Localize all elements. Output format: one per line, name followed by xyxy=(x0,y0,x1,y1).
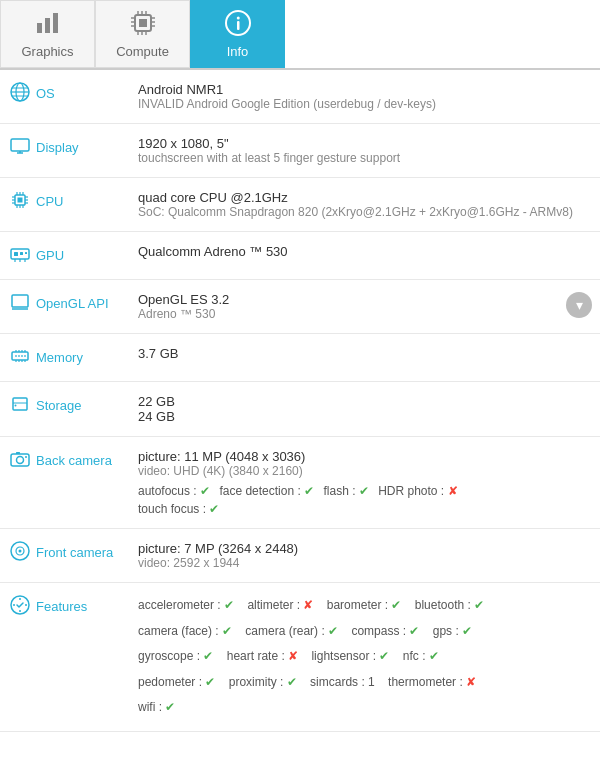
features-line-2: camera (face) : ✔ camera (rear) : ✔ comp… xyxy=(138,621,592,643)
label-memory: Memory xyxy=(0,334,130,382)
label-storage-text: Storage xyxy=(36,398,82,413)
opengl-icon xyxy=(10,292,30,315)
svg-point-70 xyxy=(25,456,27,458)
chevron-down-icon: ▾ xyxy=(576,297,583,313)
front-camera-sub: video: 2592 x 1944 xyxy=(138,556,592,570)
back-camera-main: picture: 11 MP (4048 x 3036) xyxy=(138,449,592,464)
tab-compute-label: Compute xyxy=(116,44,169,59)
cpu-icon xyxy=(10,190,30,213)
value-back-camera: picture: 11 MP (4048 x 3036) video: UHD … xyxy=(130,437,600,529)
gpu-main: Qualcomm Adreno ™ 530 xyxy=(138,244,592,259)
label-gpu: GPU xyxy=(0,232,130,280)
features-line-3: gyroscope : ✔ heart rate : ✘ lightsensor… xyxy=(138,646,592,668)
row-back-camera: Back camera picture: 11 MP (4048 x 3036)… xyxy=(0,437,600,529)
value-memory: 3.7 GB xyxy=(130,334,600,382)
row-memory: Memory 3.7 GB xyxy=(0,334,600,382)
svg-rect-25 xyxy=(11,139,29,151)
label-opengl: OpenGL API xyxy=(0,280,130,334)
label-display-text: Display xyxy=(36,140,79,155)
tab-info-label: Info xyxy=(227,44,249,59)
svg-point-66 xyxy=(15,405,17,407)
storage-icon xyxy=(10,394,30,417)
svg-rect-1 xyxy=(45,18,50,33)
label-cpu-text: CPU xyxy=(36,194,63,209)
label-os-text: OS xyxy=(36,86,55,101)
label-memory-text: Memory xyxy=(36,350,83,365)
storage-main: 22 GB xyxy=(138,394,592,409)
info-table: OS Android NMR1 INVALID Android Google E… xyxy=(0,70,600,732)
label-storage: Storage xyxy=(0,382,130,437)
value-os: Android NMR1 INVALID Android Google Edit… xyxy=(130,70,600,124)
row-cpu: CPU quad core CPU @2.1GHz SoC: Qualcomm … xyxy=(0,178,600,232)
back-camera-features-line1: autofocus : ✔ face detection : ✔ flash :… xyxy=(138,484,592,498)
display-icon xyxy=(10,136,30,159)
back-camera-features-line2: touch focus : ✔ xyxy=(138,502,592,516)
svg-rect-64 xyxy=(13,398,27,410)
label-front-camera-text: Front camera xyxy=(36,545,113,560)
row-display: Display 1920 x 1080, 5" touchscreen with… xyxy=(0,124,600,178)
back-camera-icon xyxy=(10,449,30,472)
value-front-camera: picture: 7 MP (3264 x 2448) video: 2592 … xyxy=(130,529,600,583)
opengl-main: OpenGL ES 3.2 xyxy=(138,292,229,307)
svg-rect-43 xyxy=(14,252,18,256)
opengl-sub: Adreno ™ 530 xyxy=(138,307,229,321)
gpu-icon xyxy=(10,244,30,267)
tabs-container: Graphics Compute xyxy=(0,0,600,70)
label-display: Display xyxy=(0,124,130,178)
os-sub: INVALID Android Google Edition (userdebu… xyxy=(138,97,592,111)
info-icon xyxy=(224,9,252,40)
memory-icon xyxy=(10,346,30,369)
svg-rect-51 xyxy=(12,352,28,360)
bar-chart-icon xyxy=(34,9,62,40)
front-camera-icon xyxy=(10,541,30,564)
label-back-camera-text: Back camera xyxy=(36,453,112,468)
tab-graphics-label: Graphics xyxy=(21,44,73,59)
tab-info[interactable]: Info xyxy=(190,0,285,68)
value-gpu: Qualcomm Adreno ™ 530 xyxy=(130,232,600,280)
value-storage: 22 GB 24 GB xyxy=(130,382,600,437)
os-icon xyxy=(10,82,30,105)
display-sub: touchscreen with at least 5 finger gestu… xyxy=(138,151,592,165)
label-front-camera: Front camera xyxy=(0,529,130,583)
back-camera-sub: video: UHD (4K) (3840 x 2160) xyxy=(138,464,592,478)
svg-rect-4 xyxy=(139,19,147,27)
storage-sub: 24 GB xyxy=(138,409,592,424)
label-opengl-text: OpenGL API xyxy=(36,296,109,311)
svg-rect-18 xyxy=(237,21,240,30)
os-main: Android NMR1 xyxy=(138,82,592,97)
svg-rect-0 xyxy=(37,23,42,33)
svg-point-73 xyxy=(19,550,22,553)
row-features: Features accelerometer : ✔ altimeter : ✘… xyxy=(0,583,600,732)
svg-rect-69 xyxy=(16,452,20,454)
svg-rect-45 xyxy=(25,252,27,254)
value-features: accelerometer : ✔ altimeter : ✘ baromete… xyxy=(130,583,600,732)
memory-main: 3.7 GB xyxy=(138,346,592,361)
label-features: Features xyxy=(0,583,130,732)
features-line-5: wifi : ✔ xyxy=(138,697,592,719)
row-gpu: GPU Qualcomm Adreno ™ 530 xyxy=(0,232,600,280)
label-gpu-text: GPU xyxy=(36,248,64,263)
value-opengl: OpenGL ES 3.2 Adreno ™ 530 ▾ xyxy=(130,280,600,334)
row-opengl: OpenGL API OpenGL ES 3.2 Adreno ™ 530 ▾ xyxy=(0,280,600,334)
value-cpu: quad core CPU @2.1GHz SoC: Qualcomm Snap… xyxy=(130,178,600,232)
tab-compute[interactable]: Compute xyxy=(95,0,190,68)
svg-point-77 xyxy=(19,610,21,612)
svg-rect-49 xyxy=(12,295,28,307)
cpu-sub: SoC: Qualcomm Snapdragon 820 (2xKryo@2.1… xyxy=(138,205,592,219)
features-line-4: pedometer : ✔ proximity : ✔ simcards : 1… xyxy=(138,672,592,694)
chip-icon xyxy=(129,9,157,40)
cpu-main: quad core CPU @2.1GHz xyxy=(138,190,592,205)
svg-point-75 xyxy=(19,598,21,600)
features-icon xyxy=(10,595,30,618)
row-storage: Storage 22 GB 24 GB xyxy=(0,382,600,437)
value-display: 1920 x 1080, 5" touchscreen with at leas… xyxy=(130,124,600,178)
display-main: 1920 x 1080, 5" xyxy=(138,136,592,151)
svg-point-78 xyxy=(13,604,15,606)
opengl-dropdown-button[interactable]: ▾ xyxy=(566,292,592,318)
label-cpu: CPU xyxy=(0,178,130,232)
label-features-text: Features xyxy=(36,599,87,614)
tab-graphics[interactable]: Graphics xyxy=(0,0,95,68)
front-camera-main: picture: 7 MP (3264 x 2448) xyxy=(138,541,592,556)
label-os: OS xyxy=(0,70,130,124)
svg-rect-44 xyxy=(20,252,23,255)
